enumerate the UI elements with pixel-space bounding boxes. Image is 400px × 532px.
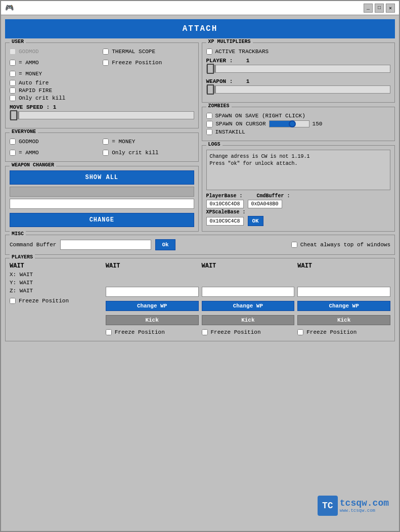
godmod-checkbox[interactable] bbox=[10, 49, 16, 55]
change-button[interactable]: CHANGE bbox=[10, 213, 194, 227]
everyone-godmod-row: GODMOD bbox=[10, 139, 101, 145]
weapon-gray-input-container bbox=[10, 187, 194, 197]
user-section-title: USER bbox=[10, 39, 26, 45]
main-window: 🎮 _ □ ✕ ATTACH USER GODMOD bbox=[0, 0, 400, 532]
player-4-freeze-checkbox[interactable] bbox=[297, 329, 303, 335]
everyone-section-title: EVERYONE bbox=[10, 129, 38, 135]
spawn-on-save-checkbox[interactable] bbox=[206, 113, 212, 119]
active-trackbars-checkbox[interactable] bbox=[206, 49, 212, 55]
titlebar: 🎮 _ □ ✕ bbox=[1, 1, 399, 15]
spawn-on-cursor-label: SPAWN ON CURSOR bbox=[216, 121, 266, 127]
titlebar-left: 🎮 bbox=[5, 4, 14, 12]
godmod-row: GODMOD bbox=[10, 49, 101, 55]
maximize-button[interactable]: □ bbox=[375, 4, 384, 13]
command-buffer-input[interactable] bbox=[60, 240, 151, 250]
only-crit-kill-checkbox[interactable] bbox=[10, 95, 16, 101]
ammo-label: = AMMO bbox=[19, 60, 39, 66]
weapon-gray-input[interactable] bbox=[10, 187, 194, 197]
player-4-kick-button[interactable]: Kick bbox=[297, 315, 390, 325]
player-1-z: Z: WAIT bbox=[10, 288, 103, 294]
cmd-buffer-label: CmdBuffer : bbox=[257, 193, 290, 199]
everyone-checkboxes: GODMOD = MONEY = AMMO Only crit kil bbox=[10, 137, 194, 157]
minimize-button[interactable]: _ bbox=[364, 4, 373, 13]
player-2-header: WAIT bbox=[106, 262, 199, 270]
xp-scale-value-row: 0x10C9C4C8 OK bbox=[206, 216, 391, 226]
watermark-logo: TC bbox=[318, 496, 338, 516]
player-3-change-wp-button[interactable]: Change WP bbox=[202, 301, 295, 311]
right-column: XP MULTIPLIERS ACTIVE TRACKBARS PLAYER :… bbox=[202, 42, 395, 232]
everyone-money-label: = MONEY bbox=[112, 139, 135, 145]
everyone-ammo-row: = AMMO bbox=[10, 150, 101, 156]
weapon-multiplier-label: WEAPON : 1 bbox=[206, 78, 391, 84]
player-multiplier-slider[interactable] bbox=[206, 65, 391, 73]
instakill-label: INSTAKILL bbox=[215, 129, 245, 135]
app-icon: 🎮 bbox=[5, 4, 14, 12]
player-multiplier-label: PLAYER : 1 bbox=[206, 58, 391, 64]
freeze-pos-checkbox[interactable] bbox=[103, 60, 109, 66]
players-grid: WAIT X: WAIT Y: WAIT Z: WAIT Freeze Posi… bbox=[10, 262, 390, 337]
auto-fire-checkbox[interactable] bbox=[10, 80, 16, 86]
player-2-change-wp-button[interactable]: Change WP bbox=[106, 301, 199, 311]
player-3-header: WAIT bbox=[202, 262, 295, 270]
everyone-section: EVERYONE GODMOD = MONEY = AMMO bbox=[5, 132, 199, 162]
thermal-scope-checkbox[interactable] bbox=[103, 49, 109, 55]
ammo-checkbox[interactable] bbox=[10, 60, 16, 66]
thermal-scope-label: THERMAL SCOPE bbox=[112, 49, 155, 55]
logs-area: Change adress is CW is not 1.19.1 Press … bbox=[206, 150, 391, 190]
move-speed-container: MOVE SPEED : 1 bbox=[10, 104, 194, 121]
player-4-change-wp-button[interactable]: Change WP bbox=[297, 301, 390, 311]
player-3-freeze-pos: Freeze Position bbox=[202, 329, 295, 335]
xp-scale-base-row: XPScaleBase : bbox=[206, 209, 391, 215]
player-2-column: WAIT Change WP Kick Freeze Position bbox=[106, 262, 199, 337]
players-section: PLAYERS WAIT X: WAIT Y: WAIT Z: WAIT bbox=[5, 258, 395, 341]
player-4-input[interactable] bbox=[297, 287, 390, 297]
instakill-checkbox[interactable] bbox=[206, 129, 212, 135]
log-line-2: Press "ok" for unlock attach. bbox=[210, 160, 387, 167]
godmod-label: GODMOD bbox=[19, 49, 39, 55]
xp-scale-base-value: 0x10C9C4C8 bbox=[206, 217, 244, 226]
misc-section-title: MISC bbox=[10, 231, 26, 237]
everyone-ammo-checkbox[interactable] bbox=[10, 150, 16, 156]
weapon-text-input-container bbox=[10, 199, 194, 209]
player-3-input[interactable] bbox=[202, 287, 295, 297]
show-all-button[interactable]: SHOW ALL bbox=[10, 170, 194, 185]
player-3-freeze-checkbox[interactable] bbox=[202, 329, 208, 335]
player-multiplier-container: PLAYER : 1 bbox=[206, 58, 391, 74]
cheat-always-top-checkbox[interactable] bbox=[291, 242, 297, 248]
everyone-money-checkbox[interactable] bbox=[103, 139, 109, 145]
left-column: USER GODMOD THERMAL SCOPE = AMMO bbox=[5, 42, 199, 232]
logs-section-title: LOGS bbox=[206, 142, 223, 147]
auto-fire-label: Auto fire bbox=[19, 80, 49, 86]
address-info: PlayerBase : CmdBuffer : 0x10C6C4D8 0xDA… bbox=[206, 193, 391, 226]
instakill-row: INSTAKILL bbox=[206, 129, 391, 135]
player-3-kick-button[interactable]: Kick bbox=[202, 315, 295, 325]
cheat-always-top-label: Cheat always top of windows bbox=[300, 242, 390, 248]
logs-ok-button[interactable]: OK bbox=[248, 216, 263, 226]
player-1-freeze-checkbox[interactable] bbox=[10, 298, 16, 304]
players-section-title: PLAYERS bbox=[10, 254, 35, 260]
weapon-changer-title: WEAPON CHANGER bbox=[10, 162, 56, 168]
player-2-kick-button[interactable]: Kick bbox=[106, 315, 199, 325]
close-button[interactable]: ✕ bbox=[386, 4, 395, 13]
watermark-tc: TC bbox=[322, 501, 333, 511]
rapid-fire-checkbox[interactable] bbox=[10, 87, 16, 94]
everyone-only-crit-checkbox[interactable] bbox=[103, 150, 109, 156]
spawn-on-save-label: SPAWN ON SAVE (RIGHT CLICK) bbox=[215, 113, 305, 119]
watermark-content: TC tcsqw.com www.tcsqw.com bbox=[318, 496, 389, 516]
everyone-godmod-label: GODMOD bbox=[19, 139, 39, 145]
weapon-text-input[interactable] bbox=[10, 199, 194, 209]
money-checkbox[interactable] bbox=[10, 71, 16, 77]
titlebar-controls[interactable]: _ □ ✕ bbox=[364, 4, 395, 13]
freeze-pos-label: Freeze Position bbox=[112, 60, 162, 66]
player-2-input[interactable] bbox=[106, 287, 199, 297]
player-1-header: WAIT bbox=[10, 262, 103, 270]
player-2-freeze-checkbox[interactable] bbox=[106, 329, 112, 335]
misc-ok-button[interactable]: Ok bbox=[155, 239, 175, 250]
move-speed-slider[interactable] bbox=[10, 111, 194, 119]
spawn-cursor-slider[interactable] bbox=[269, 120, 309, 127]
weapon-multiplier-slider[interactable] bbox=[206, 85, 391, 94]
spawn-cursor-value: 150 bbox=[313, 121, 323, 127]
spawn-on-cursor-checkbox[interactable] bbox=[206, 121, 213, 127]
everyone-godmod-checkbox[interactable] bbox=[10, 139, 16, 145]
cmd-buffer-value: 0xDA048B0 bbox=[248, 200, 282, 208]
